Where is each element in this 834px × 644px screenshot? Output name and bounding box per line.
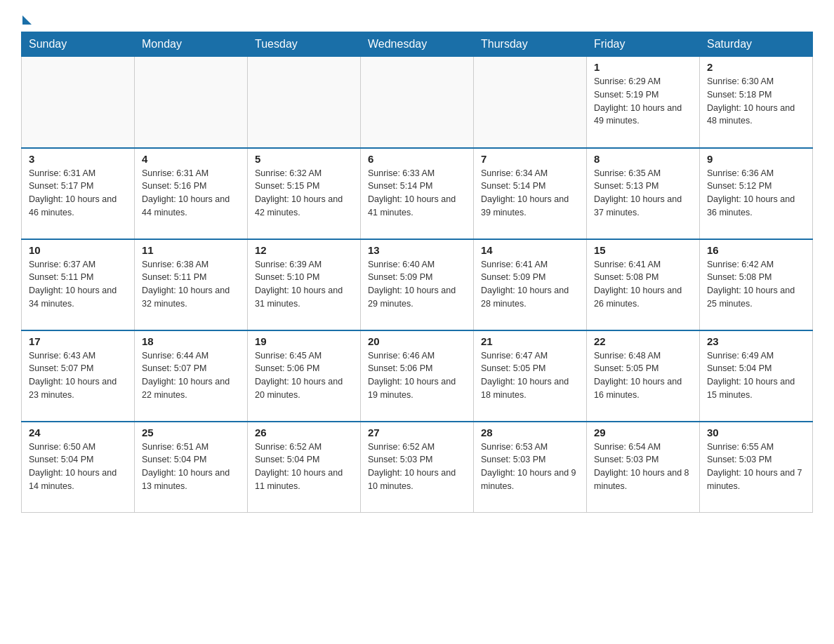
calendar-cell: 30Sunrise: 6:55 AMSunset: 5:03 PMDayligh… <box>700 422 813 513</box>
day-number: 3 <box>29 153 127 165</box>
day-number: 25 <box>142 427 240 438</box>
day-number: 28 <box>481 427 579 438</box>
day-info: Sunrise: 6:31 AMSunset: 5:17 PMDaylight:… <box>29 167 127 220</box>
day-info: Sunrise: 6:43 AMSunset: 5:07 PMDaylight:… <box>29 349 127 402</box>
day-info: Sunrise: 6:34 AMSunset: 5:14 PMDaylight:… <box>481 167 579 220</box>
calendar-week-row: 10Sunrise: 6:37 AMSunset: 5:11 PMDayligh… <box>22 239 813 330</box>
weekday-header-saturday: Saturday <box>700 32 813 57</box>
calendar-cell <box>474 57 587 148</box>
calendar-cell: 12Sunrise: 6:39 AMSunset: 5:10 PMDayligh… <box>248 239 361 330</box>
day-info: Sunrise: 6:41 AMSunset: 5:08 PMDaylight:… <box>594 258 692 311</box>
day-number: 20 <box>368 335 466 347</box>
calendar-cell: 29Sunrise: 6:54 AMSunset: 5:03 PMDayligh… <box>587 422 700 513</box>
day-number: 10 <box>29 244 127 256</box>
calendar-cell: 2Sunrise: 6:30 AMSunset: 5:18 PMDaylight… <box>700 57 813 148</box>
day-info: Sunrise: 6:40 AMSunset: 5:09 PMDaylight:… <box>368 258 466 311</box>
day-number: 1 <box>594 61 692 73</box>
day-info: Sunrise: 6:45 AMSunset: 5:06 PMDaylight:… <box>255 349 353 402</box>
day-info: Sunrise: 6:49 AMSunset: 5:04 PMDaylight:… <box>707 349 805 402</box>
day-number: 30 <box>707 427 805 438</box>
day-info: Sunrise: 6:50 AMSunset: 5:04 PMDaylight:… <box>29 441 127 493</box>
calendar-week-row: 24Sunrise: 6:50 AMSunset: 5:04 PMDayligh… <box>22 422 813 513</box>
day-info: Sunrise: 6:37 AMSunset: 5:11 PMDaylight:… <box>29 258 127 311</box>
weekday-header-monday: Monday <box>135 32 248 57</box>
calendar-cell: 1Sunrise: 6:29 AMSunset: 5:19 PMDaylight… <box>587 57 700 148</box>
day-number: 5 <box>255 153 353 165</box>
day-number: 9 <box>707 153 805 165</box>
day-number: 19 <box>255 335 353 347</box>
logo <box>21 14 32 25</box>
day-info: Sunrise: 6:29 AMSunset: 5:19 PMDaylight:… <box>594 75 692 128</box>
calendar-cell: 4Sunrise: 6:31 AMSunset: 5:16 PMDaylight… <box>135 148 248 239</box>
calendar-cell <box>22 57 135 148</box>
day-info: Sunrise: 6:41 AMSunset: 5:09 PMDaylight:… <box>481 258 579 311</box>
day-info: Sunrise: 6:51 AMSunset: 5:04 PMDaylight:… <box>142 441 240 493</box>
day-info: Sunrise: 6:46 AMSunset: 5:06 PMDaylight:… <box>368 349 466 402</box>
day-number: 2 <box>707 61 805 73</box>
calendar-week-row: 1Sunrise: 6:29 AMSunset: 5:19 PMDaylight… <box>22 57 813 148</box>
day-number: 14 <box>481 244 579 256</box>
calendar-cell: 16Sunrise: 6:42 AMSunset: 5:08 PMDayligh… <box>700 239 813 330</box>
day-info: Sunrise: 6:35 AMSunset: 5:13 PMDaylight:… <box>594 167 692 220</box>
day-info: Sunrise: 6:44 AMSunset: 5:07 PMDaylight:… <box>142 349 240 402</box>
calendar-cell: 10Sunrise: 6:37 AMSunset: 5:11 PMDayligh… <box>22 239 135 330</box>
day-number: 7 <box>481 153 579 165</box>
day-number: 13 <box>368 244 466 256</box>
calendar-cell: 5Sunrise: 6:32 AMSunset: 5:15 PMDaylight… <box>248 148 361 239</box>
day-number: 22 <box>594 335 692 347</box>
day-number: 12 <box>255 244 353 256</box>
calendar-cell: 11Sunrise: 6:38 AMSunset: 5:11 PMDayligh… <box>135 239 248 330</box>
calendar-cell: 25Sunrise: 6:51 AMSunset: 5:04 PMDayligh… <box>135 422 248 513</box>
calendar-cell: 21Sunrise: 6:47 AMSunset: 5:05 PMDayligh… <box>474 330 587 422</box>
calendar-cell: 22Sunrise: 6:48 AMSunset: 5:05 PMDayligh… <box>587 330 700 422</box>
calendar-table: SundayMondayTuesdayWednesdayThursdayFrid… <box>21 32 813 513</box>
calendar-cell: 3Sunrise: 6:31 AMSunset: 5:17 PMDaylight… <box>22 148 135 239</box>
calendar-week-row: 17Sunrise: 6:43 AMSunset: 5:07 PMDayligh… <box>22 330 813 422</box>
day-info: Sunrise: 6:53 AMSunset: 5:03 PMDaylight:… <box>481 441 579 493</box>
day-info: Sunrise: 6:32 AMSunset: 5:15 PMDaylight:… <box>255 167 353 220</box>
day-number: 26 <box>255 427 353 438</box>
day-info: Sunrise: 6:33 AMSunset: 5:14 PMDaylight:… <box>368 167 466 220</box>
day-number: 29 <box>594 427 692 438</box>
calendar-week-row: 3Sunrise: 6:31 AMSunset: 5:17 PMDaylight… <box>22 148 813 239</box>
day-number: 21 <box>481 335 579 347</box>
calendar-cell <box>135 57 248 148</box>
page-header <box>21 14 813 25</box>
calendar-cell <box>248 57 361 148</box>
day-info: Sunrise: 6:39 AMSunset: 5:10 PMDaylight:… <box>255 258 353 311</box>
calendar-cell: 27Sunrise: 6:52 AMSunset: 5:03 PMDayligh… <box>361 422 474 513</box>
day-info: Sunrise: 6:31 AMSunset: 5:16 PMDaylight:… <box>142 167 240 220</box>
day-info: Sunrise: 6:47 AMSunset: 5:05 PMDaylight:… <box>481 349 579 402</box>
calendar-cell <box>361 57 474 148</box>
calendar-cell: 26Sunrise: 6:52 AMSunset: 5:04 PMDayligh… <box>248 422 361 513</box>
day-info: Sunrise: 6:48 AMSunset: 5:05 PMDaylight:… <box>594 349 692 402</box>
calendar-cell: 8Sunrise: 6:35 AMSunset: 5:13 PMDaylight… <box>587 148 700 239</box>
day-info: Sunrise: 6:36 AMSunset: 5:12 PMDaylight:… <box>707 167 805 220</box>
day-number: 8 <box>594 153 692 165</box>
calendar-cell: 28Sunrise: 6:53 AMSunset: 5:03 PMDayligh… <box>474 422 587 513</box>
day-info: Sunrise: 6:30 AMSunset: 5:18 PMDaylight:… <box>707 75 805 128</box>
logo-arrow-icon <box>22 15 32 25</box>
day-number: 17 <box>29 335 127 347</box>
calendar-cell: 13Sunrise: 6:40 AMSunset: 5:09 PMDayligh… <box>361 239 474 330</box>
day-info: Sunrise: 6:38 AMSunset: 5:11 PMDaylight:… <box>142 258 240 311</box>
day-number: 23 <box>707 335 805 347</box>
calendar-cell: 17Sunrise: 6:43 AMSunset: 5:07 PMDayligh… <box>22 330 135 422</box>
calendar-cell: 20Sunrise: 6:46 AMSunset: 5:06 PMDayligh… <box>361 330 474 422</box>
calendar-cell: 15Sunrise: 6:41 AMSunset: 5:08 PMDayligh… <box>587 239 700 330</box>
calendar-cell: 9Sunrise: 6:36 AMSunset: 5:12 PMDaylight… <box>700 148 813 239</box>
weekday-header-friday: Friday <box>587 32 700 57</box>
day-number: 4 <box>142 153 240 165</box>
weekday-header-tuesday: Tuesday <box>248 32 361 57</box>
day-number: 15 <box>594 244 692 256</box>
weekday-header-thursday: Thursday <box>474 32 587 57</box>
day-number: 11 <box>142 244 240 256</box>
calendar-cell: 14Sunrise: 6:41 AMSunset: 5:09 PMDayligh… <box>474 239 587 330</box>
day-number: 16 <box>707 244 805 256</box>
weekday-header-wednesday: Wednesday <box>361 32 474 57</box>
calendar-cell: 19Sunrise: 6:45 AMSunset: 5:06 PMDayligh… <box>248 330 361 422</box>
day-info: Sunrise: 6:52 AMSunset: 5:03 PMDaylight:… <box>368 441 466 493</box>
day-info: Sunrise: 6:54 AMSunset: 5:03 PMDaylight:… <box>594 441 692 493</box>
weekday-header-row: SundayMondayTuesdayWednesdayThursdayFrid… <box>22 32 813 57</box>
day-number: 27 <box>368 427 466 438</box>
